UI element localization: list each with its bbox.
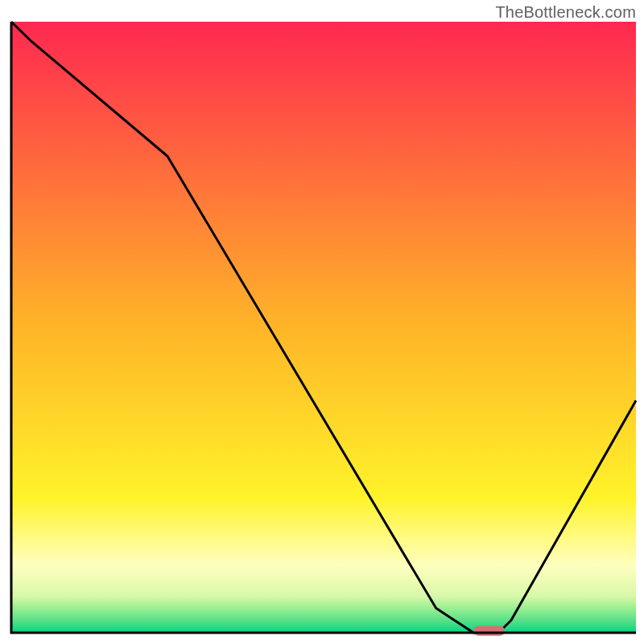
bottleneck-chart: [0, 0, 644, 644]
optimal-marker: [473, 626, 505, 636]
chart-background: [11, 22, 636, 633]
chart-container: TheBottleneck.com: [0, 0, 644, 644]
watermark-text: TheBottleneck.com: [495, 3, 636, 22]
